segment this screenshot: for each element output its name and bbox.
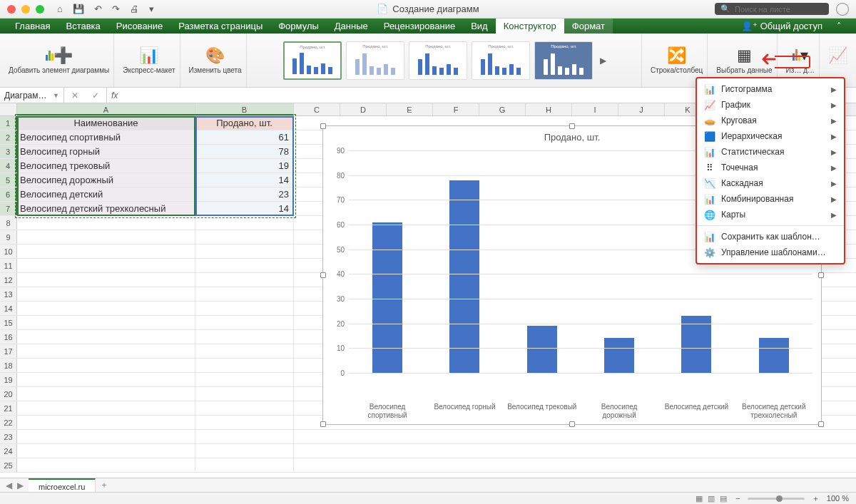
- fx-icon[interactable]: fx: [107, 91, 122, 101]
- row-header[interactable]: 19: [0, 373, 17, 386]
- cell[interactable]: Продано, шт.: [195, 116, 294, 130]
- chart-bar[interactable]: [759, 338, 789, 373]
- cell[interactable]: [195, 273, 294, 287]
- cell[interactable]: 78: [195, 145, 294, 158]
- cell[interactable]: [195, 416, 294, 429]
- add-sheet-button[interactable]: ＋: [96, 479, 113, 491]
- cell[interactable]: [195, 245, 294, 258]
- cell[interactable]: Велосипед дорожный: [17, 173, 195, 187]
- cancel-icon[interactable]: ✕: [71, 91, 78, 101]
- cell[interactable]: [195, 330, 294, 344]
- row-header[interactable]: 7: [0, 202, 17, 215]
- column-header[interactable]: F: [433, 103, 479, 115]
- column-header[interactable]: E: [387, 103, 433, 115]
- chart-type-item[interactable]: 🌐Карты▶: [697, 207, 844, 222]
- row-header[interactable]: 13: [0, 287, 17, 301]
- tab-Главная[interactable]: Главная: [7, 19, 58, 34]
- column-header[interactable]: C: [294, 103, 340, 115]
- chart-type-item[interactable]: 📊Гистограмма▶: [697, 81, 844, 97]
- cell[interactable]: [195, 302, 294, 315]
- row-header[interactable]: 15: [0, 316, 17, 329]
- tab-Формулы[interactable]: Формулы: [270, 19, 327, 34]
- cell[interactable]: Велосипед детский трехколесный: [17, 202, 195, 215]
- qat-customize-icon[interactable]: ▾: [149, 4, 154, 14]
- cell[interactable]: [17, 444, 195, 458]
- sheet-tab[interactable]: microexcel.ru: [29, 478, 96, 492]
- row-header[interactable]: 21: [0, 401, 17, 415]
- tab-format[interactable]: Формат: [564, 19, 613, 34]
- tab-Вид[interactable]: Вид: [463, 19, 496, 34]
- cell[interactable]: [195, 401, 294, 415]
- chart-type-item[interactable]: 📈График▶: [697, 97, 844, 113]
- gallery-next-icon[interactable]: ▶: [597, 41, 608, 80]
- resize-handle[interactable]: [818, 272, 824, 278]
- cell[interactable]: [17, 458, 195, 472]
- view-page-break-icon[interactable]: ▤: [720, 494, 727, 503]
- cell[interactable]: [17, 216, 195, 230]
- cell[interactable]: [195, 444, 294, 458]
- search-input[interactable]: [735, 5, 823, 14]
- row-header[interactable]: 2: [0, 130, 17, 144]
- chart-style-gallery[interactable]: Продано, шт. Продано, шт. Продано, шт. П…: [283, 41, 608, 80]
- sheet-nav-next-icon[interactable]: ▶: [17, 480, 24, 490]
- row-header[interactable]: 16: [0, 330, 17, 344]
- row-header[interactable]: 10: [0, 245, 17, 258]
- chart-bar[interactable]: [372, 222, 402, 373]
- row-header[interactable]: 17: [0, 344, 17, 358]
- row-header[interactable]: 5: [0, 173, 17, 187]
- chart-style-thumb[interactable]: Продано, шт.: [409, 41, 467, 80]
- row-header[interactable]: 14: [0, 302, 17, 315]
- column-header[interactable]: J: [618, 103, 665, 115]
- cell[interactable]: [195, 216, 294, 230]
- tab-Рисование[interactable]: Рисование: [108, 19, 170, 34]
- chart-type-item[interactable]: 📊Статистическая▶: [697, 144, 844, 160]
- zoom-window-button[interactable]: [36, 5, 44, 14]
- cell[interactable]: 23: [195, 187, 294, 201]
- chart-style-thumb[interactable]: Продано, шт.: [283, 41, 342, 80]
- resize-handle[interactable]: [569, 421, 575, 427]
- add-chart-element-button[interactable]: ➕ Добавить элемент диаграммы: [4, 34, 114, 87]
- enter-icon[interactable]: ✓: [92, 91, 99, 101]
- chart-bar[interactable]: [681, 316, 711, 373]
- row-header[interactable]: 4: [0, 159, 17, 173]
- save-icon[interactable]: 💾: [73, 4, 84, 14]
- chart-type-item[interactable]: 🥧Круговая▶: [697, 113, 844, 128]
- cell[interactable]: [195, 287, 294, 301]
- row-header[interactable]: 24: [0, 444, 17, 458]
- cell[interactable]: [195, 230, 294, 244]
- cell[interactable]: [17, 430, 195, 443]
- column-header[interactable]: B: [195, 103, 294, 115]
- chart-style-thumb[interactable]: Продано, шт.: [534, 41, 593, 80]
- cell[interactable]: [17, 245, 195, 258]
- cell[interactable]: [195, 373, 294, 386]
- tab-Рецензирование[interactable]: Рецензирование: [376, 19, 463, 34]
- row-header[interactable]: 1: [0, 116, 17, 130]
- column-header[interactable]: I: [572, 103, 618, 115]
- chart-type-item[interactable]: 📉Каскадная▶: [697, 175, 844, 191]
- select-all-corner[interactable]: [0, 103, 17, 115]
- tab-Вставка[interactable]: Вставка: [58, 19, 108, 34]
- minimize-window-button[interactable]: [21, 5, 30, 14]
- chart-type-item[interactable]: 📊Комбинированная▶: [697, 191, 844, 207]
- zoom-level[interactable]: 100 %: [827, 494, 849, 503]
- home-icon[interactable]: ⌂: [57, 4, 63, 14]
- cell[interactable]: 14: [195, 202, 294, 215]
- cell[interactable]: 19: [195, 159, 294, 173]
- cell[interactable]: [17, 387, 195, 401]
- print-icon[interactable]: 🖨: [130, 4, 139, 14]
- cell[interactable]: [195, 316, 294, 329]
- collapse-ribbon-icon[interactable]: ˄: [830, 19, 849, 34]
- cell[interactable]: [17, 259, 195, 272]
- name-box[interactable]: Диаграм…▼: [0, 88, 64, 103]
- chart-type-item[interactable]: ⠿Точечная▶: [697, 160, 844, 175]
- row-header[interactable]: 20: [0, 387, 17, 401]
- column-header[interactable]: D: [340, 103, 387, 115]
- row-header[interactable]: 8: [0, 216, 17, 230]
- column-header[interactable]: A: [17, 103, 195, 115]
- row-header[interactable]: 25: [0, 458, 17, 472]
- cell[interactable]: [195, 430, 294, 443]
- row-header[interactable]: 11: [0, 259, 17, 272]
- cell[interactable]: [17, 330, 195, 344]
- undo-icon[interactable]: ↶: [94, 4, 102, 14]
- cell[interactable]: Велосипед горный: [17, 145, 195, 158]
